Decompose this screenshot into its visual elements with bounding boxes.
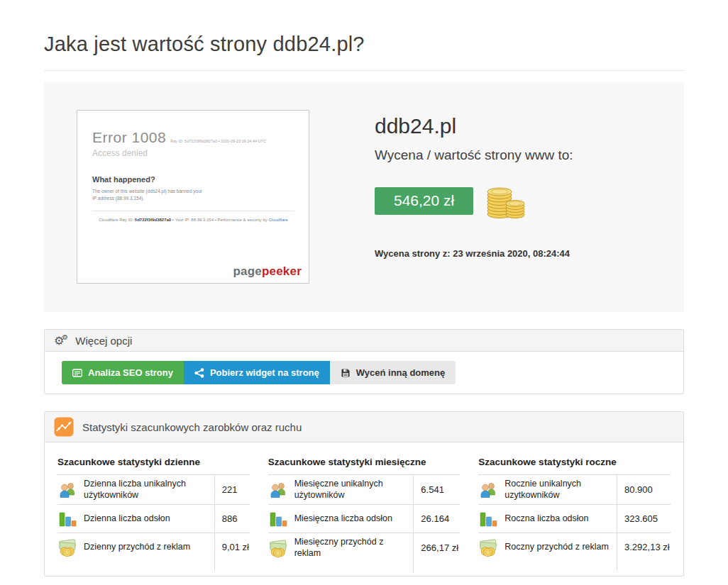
stat-value: 266,17 zł <box>413 533 460 562</box>
table-row: Rocznie unikalnych uzytkowników 80.900 <box>478 474 671 504</box>
stat-value: 323.605 <box>617 505 671 533</box>
website-screenshot-thumbnail: Error 1008 Ray ID: 5d722f3f9d3827a0 • 20… <box>77 110 309 284</box>
stats-panel: Statystyki szacunkowych zarobków oraz ru… <box>44 411 684 576</box>
widget-download-button[interactable]: Pobierz widget na stronę <box>184 361 330 384</box>
options-panel: ⚙⚙ Więcej opcji Analiza SEO strony <box>44 329 684 394</box>
seo-analysis-button[interactable]: Analiza SEO strony <box>62 361 184 384</box>
valuation-value-badge: 546,20 zł <box>375 187 473 215</box>
seo-report-icon <box>72 368 82 378</box>
stats-panel-title: Statystyki szacunkowych zarobków oraz ru… <box>82 421 302 433</box>
cloudflare-mid: • Your IP: 88.99.3.154 • Performance & s… <box>171 218 268 222</box>
table-spacer <box>57 561 250 571</box>
pagepeeker-logo-page: page <box>233 264 261 278</box>
error-title: Error 1008 <box>92 129 166 146</box>
valuation-hero: Error 1008 Ray ID: 5d722f3f9d3827a0 • 20… <box>44 82 684 312</box>
stat-value: 26.164 <box>413 505 460 533</box>
bar-chart-icon <box>478 509 498 529</box>
table-row: Dzienna liczba unikalnych użytkowników 2… <box>57 474 250 504</box>
error-page-preview: Error 1008 Ray ID: 5d722f3f9d3827a0 • 20… <box>77 111 309 222</box>
stats-panel-header: Statystyki szacunkowych zarobków oraz ru… <box>45 412 683 442</box>
cloudflare-footer-line: Cloudflare Ray ID: 5d722f3f9d3827a0 • Yo… <box>92 218 294 222</box>
stat-value: 9,01 zł <box>214 533 250 561</box>
analytics-chart-icon <box>54 417 74 437</box>
stat-label: Dzienna liczba unikalnych użytkowników <box>84 479 209 501</box>
table-row: Miesięczne unikalnych użytowników 6.541 <box>268 474 460 504</box>
what-happened-text: The owner of this website (ddb24.pl) has… <box>92 188 206 202</box>
save-icon <box>341 368 351 378</box>
valuation-date: Wycena strony z: 23 września 2020, 08:24… <box>375 248 573 259</box>
coins-icon <box>485 184 526 220</box>
stat-label: Miesięczny przychód z reklam <box>294 537 408 559</box>
valuate-other-domain-button[interactable]: Wyceń inną domenę <box>330 361 456 384</box>
options-panel-title: Więcej opcji <box>75 335 132 347</box>
share-icon <box>194 368 204 378</box>
table-row: Miesięczny przychód z reklam 266,17 zł <box>268 533 460 562</box>
bar-chart-icon <box>57 509 77 529</box>
cloudflare-prefix: Cloudflare Ray ID: <box>99 218 135 222</box>
stat-value: 80.900 <box>617 475 671 504</box>
table-row: Miesięczna liczba odsłon 26.164 <box>268 504 460 533</box>
stat-value: 6.541 <box>413 475 460 504</box>
users-icon <box>57 480 77 500</box>
stat-label: Rocznie unikalnych uzytkowników <box>504 479 611 501</box>
stats-table-title: Szacunkowe statystyki roczne <box>478 457 671 467</box>
stat-value: 221 <box>214 475 250 504</box>
stat-value: 3.292,13 zł <box>617 533 671 561</box>
seo-analysis-button-label: Analiza SEO strony <box>88 367 173 378</box>
pagepeeker-logo-peeker: peeker <box>262 264 302 278</box>
stat-label: Roczna liczba odsłon <box>504 513 588 525</box>
domain-name: ddb24.pl <box>375 114 573 138</box>
table-spacer <box>478 561 671 571</box>
page-title: Jaka jest wartość strony ddb24.pl? <box>44 33 684 56</box>
gears-icon: ⚙⚙ <box>54 334 68 347</box>
title-divider <box>44 70 684 71</box>
options-button-row: Analiza SEO strony Pobierz widget na str… <box>45 352 683 394</box>
stat-label: Miesięczne unikalnych użytowników <box>294 479 408 501</box>
stats-table-title: Szacunkowe statystyki miesięczne <box>268 457 460 467</box>
error-ray-meta: Ray ID: 5d722f3f9d3827a0 • 2020-09-23 06… <box>170 139 266 143</box>
stats-table-yearly: Szacunkowe statystyki roczne Rocznie uni… <box>478 457 671 573</box>
page-root: Jaka jest wartość strony ddb24.pl? Error… <box>0 0 728 585</box>
table-spacer <box>268 563 460 573</box>
money-icon <box>57 537 77 557</box>
stats-tables: Szacunkowe statystyki dzienne Dzienna li… <box>45 442 683 576</box>
error-divider <box>92 211 294 211</box>
stats-table-daily: Szacunkowe statystyki dzienne Dzienna li… <box>57 457 250 573</box>
money-icon <box>478 537 498 557</box>
stat-label: Dzienna liczba odsłon <box>84 513 170 525</box>
what-happened-heading: What happened? <box>92 175 294 184</box>
stat-value: 886 <box>214 505 250 533</box>
error-subtitle: Access denied <box>92 148 294 158</box>
table-row: Roczny przychód z reklam 3.292,13 zł <box>478 533 671 561</box>
options-panel-header: ⚙⚙ Więcej opcji <box>45 330 683 352</box>
stat-label: Roczny przychód z reklam <box>504 542 609 553</box>
valuate-other-domain-button-label: Wyceń inną domenę <box>356 367 445 378</box>
cloudflare-ray-id: 5d722f3f9d3827a0 <box>135 218 171 222</box>
money-icon <box>268 538 288 558</box>
stats-table-monthly: Szacunkowe statystyki miesięczne Miesięc… <box>268 457 460 573</box>
table-row: Dzienny przychód z reklam 9,01 zł <box>57 533 250 561</box>
stat-label: Miesięczna liczba odsłon <box>294 513 392 525</box>
stat-label: Dzienny przychód z reklam <box>84 542 190 553</box>
cloudflare-link[interactable]: Cloudflare <box>268 218 287 222</box>
stats-table-title: Szacunkowe statystyki dzienne <box>57 457 250 467</box>
users-icon <box>268 480 288 500</box>
valuation-subtitle: Wycena / wartość strony www to: <box>375 147 573 163</box>
pagepeeker-logo: pagepeeker <box>233 264 302 279</box>
valuation-info: ddb24.pl Wycena / wartość strony www to:… <box>375 110 573 284</box>
users-icon <box>478 480 498 500</box>
table-row: Roczna liczba odsłon 323.605 <box>478 504 671 533</box>
bar-chart-icon <box>268 509 288 529</box>
table-row: Dzienna liczba odsłon 886 <box>57 504 250 533</box>
widget-download-button-label: Pobierz widget na stronę <box>210 367 319 378</box>
